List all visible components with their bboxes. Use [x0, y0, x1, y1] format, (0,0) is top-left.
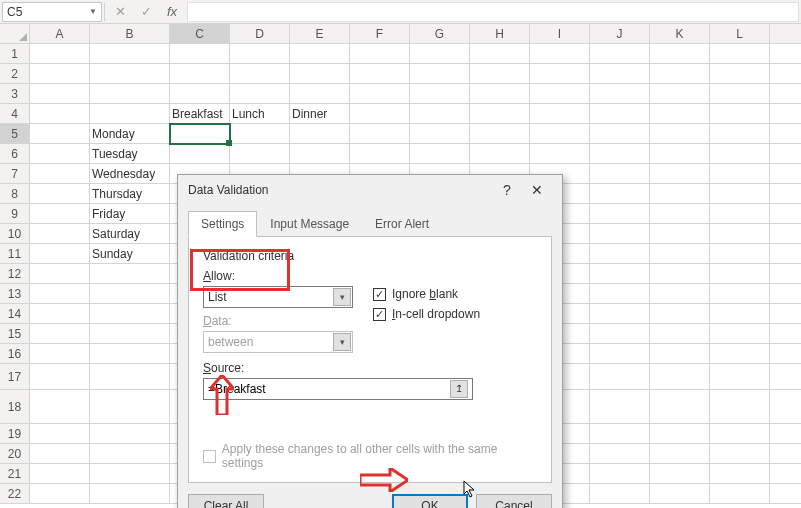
cell[interactable] — [530, 84, 590, 103]
cell[interactable] — [350, 144, 410, 163]
cell[interactable] — [710, 104, 770, 123]
cell[interactable] — [650, 124, 710, 143]
cell[interactable] — [30, 344, 90, 363]
cell[interactable] — [30, 204, 90, 223]
row-header[interactable]: 20 — [0, 444, 30, 463]
ignore-blank-checkbox[interactable]: ✓ Ignore blank — [373, 287, 480, 301]
cell[interactable] — [650, 84, 710, 103]
cell[interactable] — [590, 64, 650, 83]
cell[interactable] — [710, 184, 770, 203]
cell[interactable]: Monday — [90, 124, 170, 143]
cell[interactable] — [530, 124, 590, 143]
cell[interactable] — [590, 204, 650, 223]
cell[interactable] — [30, 424, 90, 443]
cell[interactable] — [90, 390, 170, 423]
col-header[interactable]: G — [410, 24, 470, 43]
cell[interactable] — [90, 424, 170, 443]
cell[interactable] — [230, 124, 290, 143]
cell[interactable] — [650, 344, 710, 363]
cell[interactable] — [530, 44, 590, 63]
col-header[interactable]: E — [290, 24, 350, 43]
cell[interactable] — [590, 224, 650, 243]
cell[interactable] — [30, 464, 90, 483]
row-header[interactable]: 16 — [0, 344, 30, 363]
cell[interactable] — [470, 44, 530, 63]
cell[interactable] — [710, 164, 770, 183]
cell[interactable] — [590, 144, 650, 163]
cell[interactable] — [230, 144, 290, 163]
cell[interactable] — [30, 44, 90, 63]
cell[interactable] — [410, 84, 470, 103]
cell[interactable] — [590, 284, 650, 303]
cell[interactable] — [170, 84, 230, 103]
cell[interactable] — [90, 364, 170, 389]
cell[interactable] — [590, 104, 650, 123]
cell[interactable] — [710, 204, 770, 223]
cell[interactable] — [30, 84, 90, 103]
tab-input-message[interactable]: Input Message — [257, 211, 362, 237]
cell[interactable] — [90, 64, 170, 83]
cell[interactable] — [410, 124, 470, 143]
cell[interactable] — [90, 464, 170, 483]
tab-error-alert[interactable]: Error Alert — [362, 211, 442, 237]
cell[interactable] — [590, 44, 650, 63]
ok-button[interactable]: OK — [392, 494, 468, 508]
cell[interactable] — [530, 104, 590, 123]
col-header[interactable]: A — [30, 24, 90, 43]
cell[interactable] — [410, 104, 470, 123]
cell[interactable] — [710, 464, 770, 483]
cell[interactable] — [710, 124, 770, 143]
cell[interactable] — [170, 144, 230, 163]
cell[interactable] — [650, 304, 710, 323]
cell[interactable] — [590, 364, 650, 389]
row-header[interactable]: 19 — [0, 424, 30, 443]
cell[interactable] — [90, 104, 170, 123]
cell[interactable] — [90, 444, 170, 463]
cell[interactable] — [650, 390, 710, 423]
cell[interactable] — [470, 104, 530, 123]
cell[interactable] — [290, 64, 350, 83]
close-icon[interactable]: ✕ — [522, 182, 552, 198]
cell[interactable] — [290, 124, 350, 143]
cell[interactable] — [590, 304, 650, 323]
row-header[interactable]: 3 — [0, 84, 30, 103]
row-header[interactable]: 15 — [0, 324, 30, 343]
formula-bar[interactable] — [187, 2, 799, 22]
row-header[interactable]: 12 — [0, 264, 30, 283]
cell[interactable] — [230, 64, 290, 83]
cell[interactable] — [290, 44, 350, 63]
cell[interactable] — [590, 484, 650, 503]
row-header[interactable]: 1 — [0, 44, 30, 63]
row-header[interactable]: 4 — [0, 104, 30, 123]
cell[interactable] — [470, 64, 530, 83]
cell[interactable] — [710, 484, 770, 503]
col-header[interactable]: F — [350, 24, 410, 43]
cell[interactable] — [650, 324, 710, 343]
collapse-dialog-icon[interactable]: ↥ — [450, 380, 468, 398]
cell[interactable] — [650, 144, 710, 163]
cell[interactable] — [710, 264, 770, 283]
cell[interactable] — [710, 424, 770, 443]
cell[interactable] — [30, 64, 90, 83]
cell[interactable] — [30, 104, 90, 123]
cell[interactable] — [650, 444, 710, 463]
fx-icon[interactable]: fx — [159, 4, 185, 19]
col-header[interactable]: H — [470, 24, 530, 43]
row-header[interactable]: 2 — [0, 64, 30, 83]
cell[interactable] — [90, 304, 170, 323]
cell[interactable] — [650, 284, 710, 303]
cell[interactable] — [710, 64, 770, 83]
cell[interactable] — [710, 84, 770, 103]
row-header[interactable]: 11 — [0, 244, 30, 263]
cell[interactable] — [30, 124, 90, 143]
cell[interactable] — [410, 144, 470, 163]
cell[interactable] — [710, 224, 770, 243]
cell[interactable] — [170, 124, 230, 143]
row-header[interactable]: 8 — [0, 184, 30, 203]
col-header[interactable]: K — [650, 24, 710, 43]
cell[interactable] — [710, 324, 770, 343]
chevron-down-icon[interactable]: ▼ — [89, 7, 97, 16]
cell[interactable] — [90, 324, 170, 343]
cell[interactable] — [90, 284, 170, 303]
cell[interactable] — [90, 484, 170, 503]
